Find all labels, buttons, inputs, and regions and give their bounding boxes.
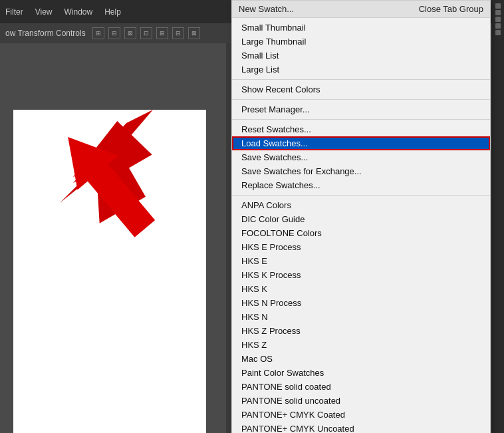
toolbar-icon-6[interactable]: ⊟ (172, 27, 184, 39)
right-sidebar (492, 0, 504, 433)
dropdown-menu: New Swatch... Close Tab Group Small Thum… (231, 0, 491, 433)
recent-colors-section: Show Recent Colors (232, 80, 490, 100)
pantone-cmyk-coated-item[interactable]: PANTONE+ CMYK Coated (232, 408, 490, 422)
mac-os-item[interactable]: Mac OS (232, 352, 490, 366)
sidebar-control-4[interactable] (495, 23, 501, 29)
anpa-colors-item[interactable]: ANPA Colors (232, 198, 490, 212)
hks-e-process-item[interactable]: HKS E Process (232, 240, 490, 254)
save-swatches-exchange-item[interactable]: Save Swatches for Exchange... (232, 164, 490, 178)
sidebar-control-2[interactable] (495, 10, 501, 15)
new-swatch-button[interactable]: New Swatch... (239, 4, 294, 14)
menu-filter[interactable]: Filter (5, 7, 23, 17)
hks-z-process-item[interactable]: HKS Z Process (232, 324, 490, 338)
toolbar-icon-3[interactable]: ⊠ (124, 27, 136, 39)
focoltone-colors-item[interactable]: FOCOLTONE Colors (232, 226, 490, 240)
reset-swatches-item[interactable]: Reset Swatches... (232, 122, 490, 136)
canvas-area (0, 43, 226, 433)
large-list-item[interactable]: Large List (232, 63, 490, 76)
toolbar-icon-4[interactable]: ⊡ (140, 27, 152, 39)
hks-k-item[interactable]: HKS K (232, 282, 490, 296)
hks-z-item[interactable]: HKS Z (232, 338, 490, 352)
pantone-solid-uncoated-item[interactable]: PANTONE solid uncoated (232, 394, 490, 408)
red-arrow-main (20, 110, 193, 256)
replace-swatches-item[interactable]: Replace Swatches... (232, 178, 490, 192)
sidebar-control-1[interactable] (495, 3, 501, 9)
show-recent-colors-item[interactable]: Show Recent Colors (232, 82, 490, 96)
load-swatches-item[interactable]: Load Swatches... (232, 136, 490, 150)
menu-view[interactable]: View (35, 7, 53, 17)
hks-n-process-item[interactable]: HKS N Process (232, 296, 490, 310)
small-list-item[interactable]: Small List (232, 49, 490, 63)
close-tab-group-button[interactable]: Close Tab Group (419, 4, 483, 14)
pantone-cmyk-uncoated-item[interactable]: PANTONE+ CMYK Uncoated (232, 422, 490, 433)
toolbar-icon-5[interactable]: ⊞ (156, 27, 168, 39)
toolbar-icon-1[interactable]: ⊞ (92, 27, 104, 39)
menu-help[interactable]: Help (104, 7, 121, 17)
swatch-ops-section: Reset Swatches... Load Swatches... Save … (232, 120, 490, 196)
large-thumbnail-item[interactable]: Large Thumbnail (232, 35, 490, 49)
sidebar-control-3[interactable] (495, 17, 501, 22)
sidebar-control-5[interactable] (495, 30, 501, 35)
pantone-solid-coated-item[interactable]: PANTONE solid coated (232, 380, 490, 394)
dropdown-top-bar: New Swatch... Close Tab Group (232, 1, 490, 18)
dic-color-guide-item[interactable]: DIC Color Guide (232, 212, 490, 226)
color-libraries-section: ANPA Colors DIC Color Guide FOCOLTONE Co… (232, 196, 490, 433)
save-swatches-item[interactable]: Save Swatches... (232, 150, 490, 164)
hks-e-item[interactable]: HKS E (232, 254, 490, 268)
preset-manager-item[interactable]: Preset Manager... (232, 102, 490, 116)
toolbar-label: ow Transform Controls (5, 29, 86, 38)
preset-section: Preset Manager... (232, 100, 490, 120)
toolbar-icon-2[interactable]: ⊟ (108, 27, 120, 39)
small-thumbnail-item[interactable]: Small Thumbnail (232, 21, 490, 35)
svg-marker-2 (48, 120, 166, 245)
paint-color-swatches-item[interactable]: Paint Color Swatches (232, 366, 490, 380)
toolbar-icons: ⊞ ⊟ ⊠ ⊡ ⊞ ⊟ ⊠ (92, 27, 200, 39)
hks-n-item[interactable]: HKS N (232, 310, 490, 324)
menu-window[interactable]: Window (64, 7, 92, 17)
hks-k-process-item[interactable]: HKS K Process (232, 268, 490, 282)
toolbar-icon-7[interactable]: ⊠ (188, 27, 200, 39)
view-options-section: Small Thumbnail Large Thumbnail Small Li… (232, 18, 490, 80)
